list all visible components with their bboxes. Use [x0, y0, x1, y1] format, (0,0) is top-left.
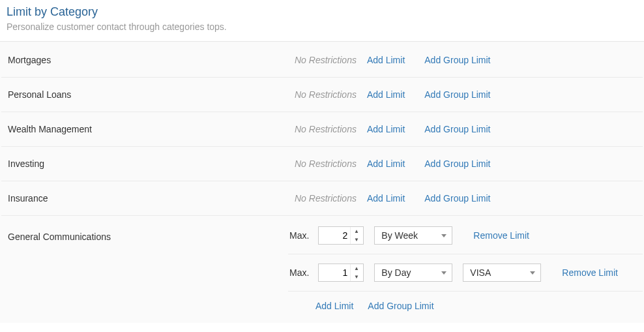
add-group-limit-link[interactable]: Add Group Limit: [420, 89, 494, 100]
limit-row: Max. ▲ ▼ By Week Remove Limit: [288, 217, 643, 254]
limit-actions: Add Limit Add Group Limit: [288, 292, 643, 316]
max-label: Max.: [289, 267, 309, 278]
add-group-limit-link[interactable]: Add Group Limit: [420, 124, 494, 134]
max-label: Max.: [289, 230, 309, 241]
add-group-limit-link[interactable]: Add Group Limit: [420, 158, 494, 169]
no-restrictions-label: No Restrictions: [295, 158, 357, 169]
add-limit-link[interactable]: Add Limit: [312, 301, 357, 311]
category-row-wealth-management: Wealth Management No Restrictions Add Li…: [1, 112, 643, 147]
period-dropdown[interactable]: By Day: [374, 264, 452, 282]
add-limit-link[interactable]: Add Limit: [363, 124, 409, 134]
category-name: Wealth Management: [8, 124, 295, 134]
add-group-limit-link[interactable]: Add Group Limit: [364, 301, 437, 311]
page-title: Limit by Category: [7, 5, 637, 19]
category-row-mortgages: Mortgages No Restrictions Add Limit Add …: [1, 43, 643, 78]
add-group-limit-link[interactable]: Add Group Limit: [420, 55, 494, 65]
period-dropdown[interactable]: By Week: [374, 226, 452, 245]
stepper-arrows: ▲ ▼: [350, 264, 362, 281]
add-limit-link[interactable]: Add Limit: [363, 193, 409, 204]
period-value: By Day: [381, 267, 411, 278]
add-limit-link[interactable]: Add Limit: [363, 158, 409, 169]
category-name: Personal Loans: [8, 89, 295, 100]
category-name: Insurance: [8, 193, 295, 204]
add-limit-link[interactable]: Add Limit: [363, 89, 409, 100]
max-stepper[interactable]: ▲ ▼: [318, 264, 364, 282]
category-name: General Communications: [1, 217, 288, 242]
arrow-up-icon[interactable]: ▲: [351, 264, 362, 273]
add-limit-link[interactable]: Add Limit: [363, 55, 409, 65]
category-row-insurance: Insurance No Restrictions Add Limit Add …: [1, 181, 643, 216]
period-value: By Week: [381, 230, 418, 241]
category-row-personal-loans: Personal Loans No Restrictions Add Limit…: [1, 78, 643, 112]
max-input[interactable]: [319, 227, 350, 244]
chevron-down-icon: [441, 234, 446, 237]
no-restrictions-label: No Restrictions: [295, 55, 357, 65]
max-stepper[interactable]: ▲ ▼: [318, 226, 364, 245]
category-row-general-communications: General Communications Max. ▲ ▼ By Week: [1, 216, 643, 316]
arrow-up-icon[interactable]: ▲: [351, 227, 362, 235]
arrow-down-icon[interactable]: ▼: [351, 273, 362, 281]
remove-limit-link[interactable]: Remove Limit: [562, 267, 618, 278]
no-restrictions-label: No Restrictions: [295, 124, 357, 134]
limit-row: Max. ▲ ▼ By Day VISA: [288, 254, 643, 292]
chevron-down-icon: [441, 271, 446, 275]
chevron-down-icon: [530, 271, 535, 275]
remove-limit-link[interactable]: Remove Limit: [473, 230, 529, 241]
category-list: Mortgages No Restrictions Add Limit Add …: [0, 42, 644, 323]
add-group-limit-link[interactable]: Add Group Limit: [420, 193, 494, 204]
category-name: Investing: [8, 158, 295, 169]
category-name: Mortgages: [8, 55, 295, 65]
page-header: Limit by Category Personalize customer c…: [0, 0, 644, 42]
page-subtitle: Personalize customer contact through cat…: [7, 22, 637, 32]
no-restrictions-label: No Restrictions: [295, 89, 357, 100]
category-row-investing: Investing No Restrictions Add Limit Add …: [1, 147, 643, 181]
max-input[interactable]: [319, 264, 350, 281]
arrow-down-icon[interactable]: ▼: [351, 235, 362, 244]
group-value: VISA: [470, 267, 491, 278]
stepper-arrows: ▲ ▼: [350, 227, 362, 244]
group-dropdown[interactable]: VISA: [463, 264, 541, 282]
no-restrictions-label: No Restrictions: [295, 193, 357, 204]
